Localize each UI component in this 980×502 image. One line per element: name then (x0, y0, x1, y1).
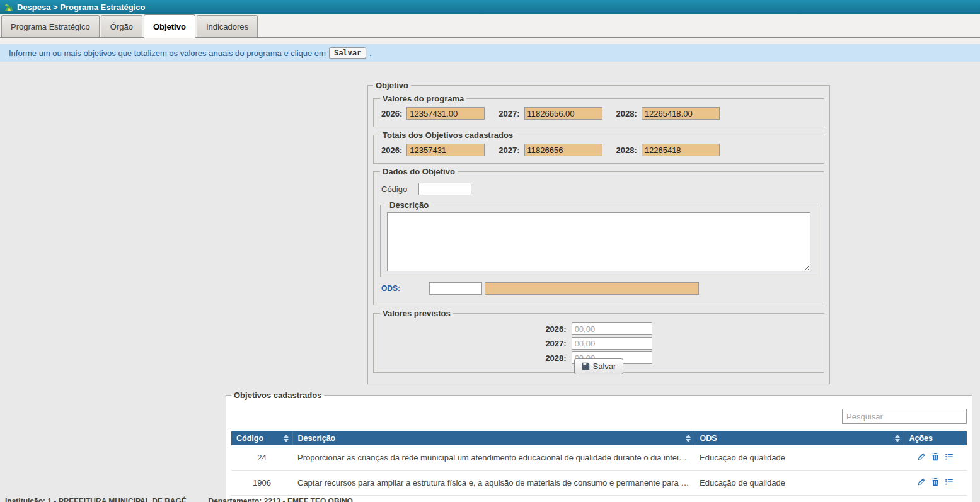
field-label-2027: 2027: (499, 145, 519, 155)
field-label-2026: 2026: (381, 145, 402, 155)
search-row (231, 404, 967, 431)
footer-status: Instituição: 1 - PREFEITURA MUNICIPAL DE… (5, 497, 353, 502)
table-row: 1906 Captar recursos para ampliar a estr… (231, 471, 967, 496)
instituicao-label: Instituição: (5, 497, 45, 502)
cell-codigo: 24 (231, 445, 292, 471)
list-icon[interactable] (945, 452, 954, 461)
sort-icon[interactable] (895, 435, 900, 442)
tab-zone: Programa Estratégico Órgão Objetivo Indi… (0, 14, 980, 44)
valor-programa-2027-input[interactable] (524, 107, 602, 120)
field-group: 2028: (616, 144, 720, 156)
departamento-value: 2213 - EMEF TEO OBINO (264, 497, 353, 502)
objetivos-cadastrados-legend: Objetivos cadastrados (231, 391, 324, 400)
tab-label: Indicadores (206, 22, 248, 31)
column-label: Código (236, 434, 263, 443)
column-label: Descrição (298, 434, 336, 443)
salvar-wrap: Salvar (367, 358, 830, 374)
tab-programa-estrategico[interactable]: Programa Estratégico (1, 15, 100, 37)
dados-objetivo-fieldset: Dados do Objetivo Código Descrição ODS: (373, 167, 824, 305)
ods-descricao-input[interactable] (485, 282, 699, 295)
field-label-2027: 2027: (545, 339, 566, 348)
tab-indicadores[interactable]: Indicadores (197, 15, 258, 37)
objetivos-table: Código Descrição ODS Ações (231, 431, 967, 496)
ods-link[interactable]: ODS: (381, 284, 400, 293)
field-group: 2026: (381, 107, 485, 120)
ods-code-input[interactable] (429, 282, 482, 295)
descricao-textarea[interactable] (387, 212, 810, 271)
field-label-2026: 2026: (381, 109, 402, 118)
valor-previsto-2027-input[interactable] (572, 337, 652, 350)
codigo-label: Código (381, 185, 407, 194)
valores-programa-legend: Valores do programa (380, 94, 466, 103)
total-2027-input[interactable] (524, 144, 602, 156)
field-label-2027: 2027: (499, 109, 519, 118)
page: Despesa > Programa Estratégico Programa … (0, 0, 980, 502)
info-bar: Informe um ou mais objetivos que totaliz… (0, 44, 980, 62)
valor-previsto-row: 2026: (380, 322, 817, 335)
valor-previsto-2026-input[interactable] (572, 322, 652, 335)
cell-codigo: 1906 (231, 471, 292, 496)
totais-objetivos-legend: Totais dos Objetivos cadastrados (380, 130, 516, 140)
search-input[interactable] (842, 409, 967, 424)
field-label-2026: 2026: (545, 324, 566, 334)
column-label: Ações (909, 434, 933, 443)
field-group: 2028: (616, 107, 720, 120)
totais-objetivos-fieldset: Totais dos Objetivos cadastrados 2026: 2… (373, 130, 824, 164)
cell-acoes (904, 445, 967, 471)
cell-ods: Educação de qualidade (695, 471, 904, 496)
ods-row: ODS: (381, 282, 817, 295)
field-group: 2027: (499, 144, 602, 156)
totais-row: 2026: 2027: 2028: (380, 142, 817, 158)
column-header-acoes: Ações (904, 431, 967, 445)
valores-programa-fieldset: Valores do programa 2026: 2027: 2028: (373, 94, 824, 127)
tab-label: Órgão (110, 22, 133, 31)
field-label-2028: 2028: (616, 109, 637, 118)
dados-objetivo-legend: Dados do Objetivo (380, 167, 458, 176)
tab-bar: Programa Estratégico Órgão Objetivo Indi… (0, 14, 980, 38)
list-icon[interactable] (945, 477, 954, 486)
total-2028-input[interactable] (642, 144, 720, 156)
objetivo-fieldset: Objetivo Valores do programa 2026: 2027:… (367, 81, 830, 384)
tab-objetivo[interactable]: Objetivo (144, 14, 195, 38)
column-header-codigo[interactable]: Código (231, 431, 292, 445)
field-group: 2026: (381, 144, 485, 156)
salvar-kbd: Salvar (329, 47, 366, 59)
cell-descricao: Captar recursos para ampliar a estrutura… (292, 471, 695, 496)
salvar-button-label: Salvar (593, 362, 616, 371)
tab-label: Objetivo (153, 22, 186, 31)
descricao-fieldset: Descrição (380, 200, 817, 277)
cell-descricao: Proporcionar as crianças da rede municip… (292, 445, 695, 471)
tab-label: Programa Estratégico (11, 22, 90, 31)
valor-programa-2028-input[interactable] (642, 107, 720, 120)
departamento-label: Departamento: (209, 497, 262, 502)
delete-icon[interactable] (931, 452, 940, 461)
codigo-input[interactable] (418, 183, 471, 195)
edit-icon[interactable] (917, 477, 926, 486)
instituicao-value: 1 - PREFEITURA MUNICIPAL DE BAGÉ (47, 497, 186, 502)
descricao-legend: Descrição (387, 200, 431, 210)
delete-icon[interactable] (931, 477, 940, 486)
table-row: 24 Proporcionar as crianças da rede muni… (231, 445, 967, 471)
objetivos-cadastrados-fieldset: Objetivos cadastrados Código Descrição O… (226, 391, 972, 502)
objetivo-legend: Objetivo (373, 81, 411, 90)
top-bar: Despesa > Programa Estratégico (0, 0, 980, 14)
sort-icon[interactable] (284, 435, 289, 442)
field-group: 2027: (499, 107, 602, 120)
info-suffix: . (369, 48, 372, 58)
salvar-button[interactable]: Salvar (574, 358, 624, 374)
cell-acoes (904, 471, 967, 496)
total-2026-input[interactable] (406, 144, 485, 156)
info-text: Informe um ou mais objetivos que totaliz… (9, 48, 326, 58)
save-icon (582, 362, 590, 370)
tab-orgao[interactable]: Órgão (101, 15, 142, 37)
valor-previsto-row: 2027: (380, 337, 817, 350)
breadcrumb: Despesa > Programa Estratégico (17, 3, 145, 12)
table-header-row: Código Descrição ODS Ações (231, 431, 967, 445)
column-header-descricao[interactable]: Descrição (292, 431, 695, 445)
edit-icon[interactable] (917, 452, 926, 461)
sort-icon[interactable] (686, 435, 691, 442)
valor-programa-2026-input[interactable] (406, 107, 485, 120)
app-logo-icon (4, 3, 13, 12)
column-header-ods[interactable]: ODS (695, 431, 904, 445)
field-label-2028: 2028: (616, 145, 637, 155)
